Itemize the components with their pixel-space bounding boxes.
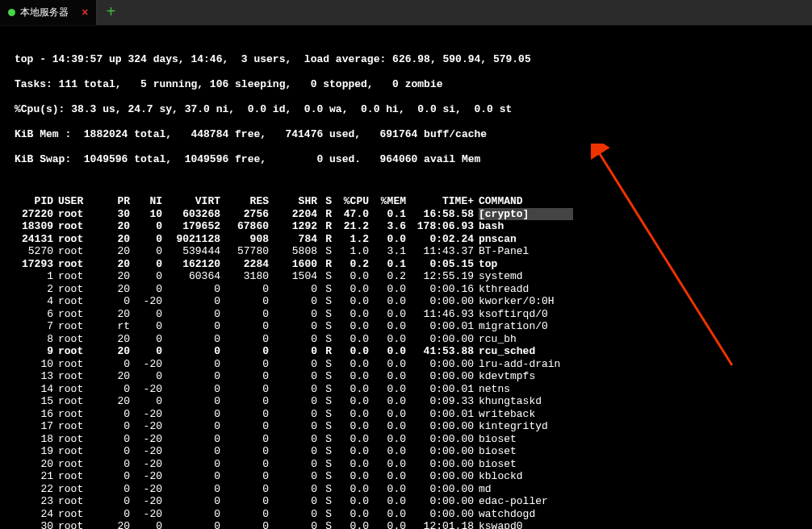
cell-user: root: [53, 495, 98, 508]
cell-shr: 0: [269, 308, 317, 321]
cell-time: 0:00.01: [406, 320, 474, 333]
cell-shr: 0: [269, 458, 317, 471]
cell-virt: 0: [162, 483, 220, 496]
cell-time: 0:00.00: [406, 420, 474, 433]
table-row: 6root200000S0.00.011:46.93ksoftirqd/0: [15, 308, 595, 321]
cell-pr: 0: [98, 445, 130, 458]
table-row: 27220root301060326827562204R47.00.116:58…: [15, 208, 595, 221]
cell-s: S: [317, 395, 332, 408]
cell-pr: rt: [98, 320, 130, 333]
cell-user: root: [53, 233, 98, 246]
cell-s: S: [317, 508, 332, 521]
cell-pid: 17: [15, 420, 53, 433]
cell-pid: 21: [15, 470, 53, 483]
cell-time: 0:00.00: [406, 495, 474, 508]
cell-user: root: [53, 508, 98, 521]
cell-virt: 0: [162, 508, 220, 521]
cell-shr: 1292: [269, 220, 317, 233]
cell-s: S: [317, 295, 332, 308]
cell-mem: 0.0: [369, 483, 406, 496]
cell-cmd: edac-poller: [474, 495, 595, 508]
cell-ni: 0: [130, 220, 162, 233]
cell-shr: 0: [269, 470, 317, 483]
cell-cpu: 1.2: [332, 233, 369, 246]
cell-cmd: kswapd0: [474, 520, 595, 529]
table-row: 22root0-20000S0.00.00:00.00md: [15, 483, 595, 496]
cell-pid: 16: [15, 408, 53, 421]
cell-pr: 20: [98, 370, 130, 383]
cell-shr: 0: [269, 408, 317, 421]
status-dot-icon: [8, 9, 15, 16]
cell-res: 2756: [220, 208, 269, 221]
cell-virt: 0: [162, 308, 220, 321]
cell-shr: 0: [269, 383, 317, 396]
col-pr: PR: [98, 195, 130, 208]
cell-mem: 0.0: [369, 308, 406, 321]
cell-time: 0:00.00: [406, 508, 474, 521]
cell-mem: 0.0: [369, 495, 406, 508]
cell-ni: 0: [130, 283, 162, 296]
cell-s: S: [317, 408, 332, 421]
cell-res: 2284: [220, 258, 269, 271]
cell-ni: 0: [130, 258, 162, 271]
cell-res: 0: [220, 508, 269, 521]
cell-user: root: [53, 458, 98, 471]
cell-pid: 14: [15, 383, 53, 396]
cell-pr: 20: [98, 270, 130, 283]
col-res: RES: [220, 195, 269, 208]
cell-virt: 0: [162, 520, 220, 529]
cell-mem: 0.0: [369, 508, 406, 521]
cell-cpu: 0.0: [332, 370, 369, 383]
cell-mem: 0.1: [369, 208, 406, 221]
col-user: USER: [53, 195, 98, 208]
cell-user: root: [53, 345, 98, 358]
cell-mem: 0.0: [369, 458, 406, 471]
cell-s: S: [317, 245, 332, 258]
cell-ni: -20: [130, 358, 162, 371]
cell-shr: 0: [269, 370, 317, 383]
cell-cpu: 0.0: [332, 445, 369, 458]
terminal-output[interactable]: top - 14:39:57 up 324 days, 14:46, 3 use…: [0, 26, 812, 529]
cell-virt: 60364: [162, 270, 220, 283]
cell-pr: 20: [98, 283, 130, 296]
tab-local-server[interactable]: 本地服务器 ×: [0, 0, 97, 25]
cell-user: root: [53, 295, 98, 308]
cell-shr: 0: [269, 520, 317, 529]
cell-virt: 0: [162, 395, 220, 408]
cell-ni: -20: [130, 408, 162, 421]
cell-ni: 0: [130, 233, 162, 246]
cell-res: 0: [220, 470, 269, 483]
cell-time: 0:02.24: [406, 233, 474, 246]
cell-pr: 0: [98, 433, 130, 446]
cell-shr: 0: [269, 420, 317, 433]
cell-cpu: 0.0: [332, 508, 369, 521]
cell-time: 0:00.00: [406, 333, 474, 346]
cell-cpu: 0.0: [332, 283, 369, 296]
process-table: PID USER PR NI VIRT RES SHR S %CPU %MEM …: [15, 195, 595, 529]
cell-pid: 18309: [15, 220, 53, 233]
col-shr: SHR: [269, 195, 317, 208]
close-icon[interactable]: ×: [82, 6, 88, 19]
cell-virt: 0: [162, 445, 220, 458]
cell-cmd: rcu_bh: [474, 333, 595, 346]
cell-pid: 5270: [15, 245, 53, 258]
table-row: 18root0-20000S0.00.00:00.00bioset: [15, 433, 595, 446]
add-tab-button[interactable]: +: [97, 0, 124, 25]
cell-shr: 0: [269, 345, 317, 358]
cell-res: 67860: [220, 220, 269, 233]
table-row: 2root200000S0.00.00:00.16kthreadd: [15, 283, 595, 296]
cell-pr: 20: [98, 233, 130, 246]
table-row: 20root0-20000S0.00.00:00.00bioset: [15, 458, 595, 471]
cell-ni: -20: [130, 295, 162, 308]
cell-res: 0: [220, 345, 269, 358]
cell-ni: -20: [130, 495, 162, 508]
cell-shr: 1504: [269, 270, 317, 283]
cell-pr: 20: [98, 308, 130, 321]
cell-pr: 0: [98, 383, 130, 396]
cell-ni: 0: [130, 395, 162, 408]
cell-ni: 0: [130, 308, 162, 321]
cell-pid: 27220: [15, 208, 53, 221]
table-row: 9root200000R0.00.041:53.88rcu_sched: [15, 345, 595, 358]
cell-time: 0:00.01: [406, 383, 474, 396]
cell-ni: -20: [130, 433, 162, 446]
